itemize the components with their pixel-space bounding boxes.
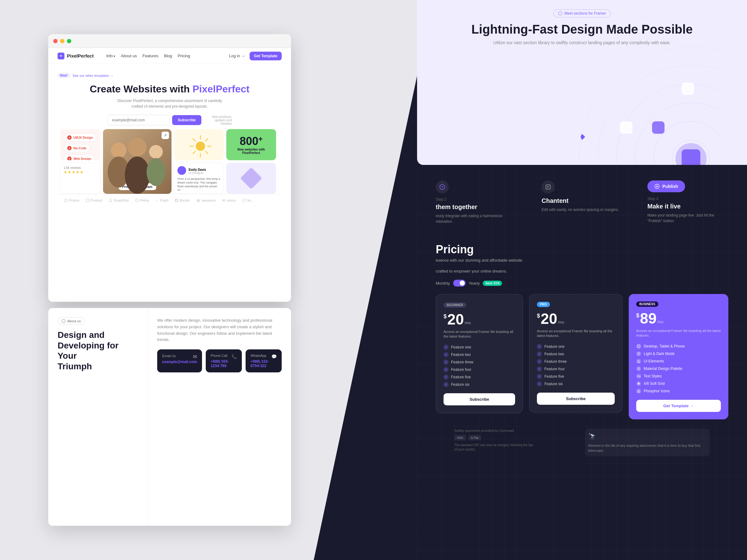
svg-rect-58 (546, 185, 550, 189)
beginner-price: $ 20 /mo (443, 312, 515, 327)
business-dollar: $ (636, 312, 639, 319)
dot-close[interactable] (53, 39, 58, 43)
svg-marker-55 (581, 134, 585, 140)
check-4: ✓ (443, 367, 448, 372)
business-get-template-button[interactable]: Get Template → (636, 400, 721, 412)
nav-info[interactable]: Info (106, 54, 115, 58)
sun-icon (188, 134, 210, 156)
business-desc: Access an exceptional Framer file boasti… (636, 328, 721, 338)
dot-minimize[interactable] (60, 39, 65, 43)
phone-value: +999) 555-1234-789 (211, 359, 237, 368)
biz-feature-7: Phosphor Icons (636, 389, 721, 394)
browser-chrome (48, 34, 291, 48)
biz-feature-2: Light & Dark Mode (636, 351, 721, 356)
step-2: Step 2 them together essly integrate wit… (436, 181, 517, 224)
nav-pricing[interactable]: Pricing (178, 54, 190, 58)
pricing-section: Pricing esence with our stunning and aff… (417, 234, 747, 472)
dot-fullscreen[interactable] (67, 39, 71, 43)
svg-marker-17 (109, 199, 112, 202)
step-2-title: them together (436, 204, 517, 211)
plus-icon-2: + (67, 146, 72, 150)
step-content: Chantent Edit with easily, no worries sp… (542, 181, 622, 212)
svg-line-9 (205, 151, 208, 154)
beginner-period: /mo (464, 321, 471, 325)
svg-rect-20 (175, 199, 178, 202)
publish-button[interactable]: Publish (647, 181, 685, 192)
diamond-shape (240, 167, 262, 189)
nav-links: Info About us Features Blog Pricing (106, 54, 190, 58)
logo-text: PixelPerfect (67, 53, 94, 58)
form-note: New products, updates and freebies (204, 115, 232, 125)
testimonial-role: UI Designer (189, 171, 206, 175)
pro-num: 20 (541, 312, 557, 326)
svg-point-70 (638, 390, 639, 391)
nav-features[interactable]: Features (143, 54, 158, 58)
tag-web-label: Web Design (74, 157, 91, 161)
save-badge: Save 31% (483, 281, 502, 286)
step-2-desc: essly integrate with eating a harmonious… (436, 213, 517, 224)
pro-price: $ 20 /mo (537, 312, 615, 326)
logo-area[interactable]: ✦ PixelPerfect (58, 53, 94, 59)
pro-feature-6: ✓ Feature six (537, 381, 615, 386)
meet-badge-text: Meet sections for Framer (564, 11, 606, 16)
templates-link[interactable]: See our other templates → (73, 74, 113, 77)
pro-feature-2: ✓ Feature two (537, 351, 615, 356)
payment-note: The standard VAT rate may be charged, fo… (455, 443, 535, 452)
pro-check-5: ✓ (537, 374, 542, 379)
price-card-pro: PRO $ 20 /mo Access an exceptional Frame… (529, 294, 622, 412)
svg-point-14 (196, 141, 205, 151)
testimonial-name: Emily Davis (189, 168, 206, 171)
feature-4: ✓ Feature four (443, 367, 515, 372)
contact-whatsapp: WhatsApp 💬 +999) 333-6754-322 (246, 349, 282, 372)
logo-icon: ✦ (58, 53, 65, 59)
biz-check-2 (636, 351, 641, 356)
biz-feature-6: 4/8 Soft Grid (636, 381, 721, 386)
feature-6: ✓ Feature six (443, 382, 515, 387)
nav-blog[interactable]: Blog (164, 54, 172, 58)
svg-marker-18 (135, 199, 138, 202)
panel-steps: Step 2 them together essly integrate wit… (417, 165, 747, 560)
pro-desc: Access an exceptional Framer file boasti… (537, 329, 615, 339)
browser-window: ✦ PixelPerfect Info About us Features Bl… (48, 34, 291, 302)
tag-web-design: + Web Design (64, 155, 95, 160)
toggle-knob (460, 281, 465, 286)
pro-subscribe-button[interactable]: Subscribe (537, 393, 615, 405)
login-button[interactable]: Log in (229, 54, 245, 58)
radar-svg (566, 34, 722, 165)
nav-about[interactable]: About us (121, 54, 137, 58)
counter-label: New websites with PixelPerfect (230, 148, 272, 155)
email-icon: ✉ (193, 354, 197, 359)
svg-rect-54 (681, 149, 700, 165)
svg-line-11 (193, 151, 196, 154)
brand-flash: Flash (155, 198, 169, 202)
hero-badge: New! See our other templates → (58, 73, 282, 78)
price-card-business: BUSINESS $ 89 /mo Access an exceptional … (629, 294, 728, 419)
email-input[interactable] (107, 115, 170, 125)
pricing-title: Pricing (436, 243, 728, 256)
step-content-icon (542, 181, 555, 193)
brand-proline: Proline (64, 198, 79, 202)
svg-marker-19 (156, 199, 157, 202)
check-3: ✓ (443, 359, 448, 365)
svg-marker-65 (638, 360, 640, 363)
beginner-desc: Access an exceptional Framer file boasti… (443, 329, 515, 339)
beginner-subscribe-button[interactable]: Subscribe (443, 393, 515, 405)
get-template-nav-button[interactable]: Get Template (250, 52, 282, 60)
plus-icon: + (67, 135, 72, 140)
svg-line-13 (193, 139, 196, 141)
toggle-switch[interactable] (453, 280, 466, 287)
phone-icon: 📞 (232, 354, 237, 359)
biz-check-5: Aa (636, 374, 641, 379)
payment-icons: VISA G Pay (455, 435, 573, 441)
about-us-badge-text: About us (67, 319, 81, 323)
hero-subtitle: Discover PixelPerfect, a comprehensive a… (117, 98, 223, 109)
expand-button[interactable]: ↗ (161, 132, 169, 139)
step-2-num: Step 2 (436, 197, 517, 202)
subscribe-button[interactable]: Subscribe (172, 115, 201, 125)
step-content-desc: Edit with easily, no worries spacing or … (542, 207, 622, 212)
tag-ui-label: UI/UX Design (74, 136, 93, 139)
hero-card-diamond (226, 163, 276, 194)
feature-5: ✓ Feature five (443, 375, 515, 379)
about-us-title: Design and Developing for Your Triumph (58, 330, 138, 371)
biz-feature-4: Material Design Palette (636, 366, 721, 371)
